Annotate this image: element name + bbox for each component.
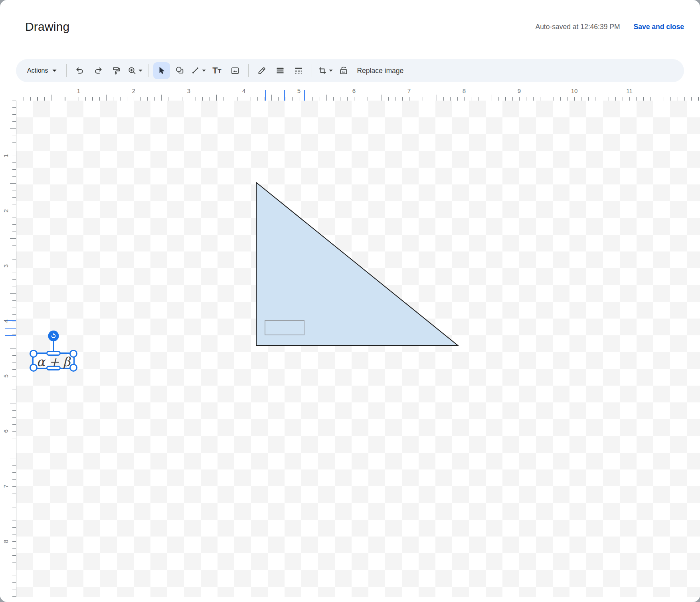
ruler-indicator-center <box>284 90 285 101</box>
line-dash-button[interactable] <box>290 62 307 79</box>
replace-image-button[interactable] <box>335 62 352 79</box>
text-tool-icon: T <box>212 65 218 76</box>
ruler-indicator-middle <box>5 328 16 329</box>
toolbar-separator <box>148 64 148 77</box>
undo-icon <box>75 66 85 75</box>
page-title: Drawing <box>25 20 69 34</box>
toolbar-separator <box>66 64 67 77</box>
horizontal-ruler-halfticks <box>51 95 700 101</box>
actions-menu-button[interactable]: Actions <box>22 62 61 79</box>
horizontal-ruler-number: 8 <box>463 87 466 94</box>
header-actions: Auto-saved at 12:46:39 PM Save and close <box>535 23 684 31</box>
text-tool-icon-small: T <box>218 67 221 74</box>
ruler-indicator-right <box>304 90 305 101</box>
selected-equation-object[interactable]: α + β <box>32 352 75 369</box>
border-color-pencil-icon <box>257 66 267 75</box>
autosave-status: Auto-saved at 12:46:39 PM <box>535 23 620 31</box>
vertical-ruler-number: 7 <box>2 485 9 488</box>
replace-image-icon <box>339 66 348 75</box>
horizontal-ruler-number: 3 <box>187 87 190 94</box>
vertical-ruler-number: 1 <box>2 154 9 157</box>
line-dash-icon <box>294 66 303 75</box>
insert-image-button[interactable] <box>227 62 243 79</box>
horizontal-ruler-number: 5 <box>297 87 301 94</box>
horizontal-ruler-number: 6 <box>352 87 356 94</box>
crop-icon <box>318 66 327 75</box>
chevron-down-icon <box>329 69 333 72</box>
paint-format-button[interactable] <box>108 62 125 79</box>
vertical-ruler-number: 8 <box>2 540 9 543</box>
zoom-icon <box>127 66 137 75</box>
shape-icon <box>175 66 185 75</box>
horizontal-ruler: 1234567891011 <box>16 87 700 101</box>
ruler-indicator-left <box>265 90 266 101</box>
horizontal-ruler-number: 9 <box>518 87 521 94</box>
image-icon <box>230 66 240 75</box>
selection-handle-se[interactable] <box>69 364 77 372</box>
horizontal-ruler-number: 1 <box>77 87 80 94</box>
border-color-button[interactable] <box>253 62 270 79</box>
horizontal-ruler-number: 2 <box>132 87 135 94</box>
ruler-indicator-bottom <box>5 335 16 336</box>
horizontal-ruler-number: 4 <box>242 87 245 94</box>
zoom-button[interactable] <box>127 62 143 79</box>
line-weight-icon <box>275 66 285 75</box>
vertical-ruler-number: 2 <box>2 209 9 212</box>
line-weight-button[interactable] <box>272 62 289 79</box>
text-tool-button[interactable]: TT <box>208 62 225 79</box>
chevron-down-icon <box>138 69 142 72</box>
horizontal-ruler-number: 7 <box>407 87 411 94</box>
dialog-header: Drawing Auto-saved at 12:46:39 PM Save a… <box>0 0 700 34</box>
vertical-ruler-number: 4 <box>2 319 9 323</box>
paint-format-icon <box>112 66 121 75</box>
chevron-down-icon <box>202 69 206 72</box>
horizontal-ruler-number: 10 <box>571 87 578 94</box>
redo-icon <box>93 66 103 75</box>
text-box-placeholder[interactable] <box>265 320 305 335</box>
drawing-workspace: 1234567891011 12345678 <box>0 87 700 597</box>
selection-handle-n[interactable] <box>46 351 61 356</box>
selection-handle-ne[interactable] <box>69 350 77 358</box>
select-cursor-icon <box>157 66 166 75</box>
redo-button[interactable] <box>90 62 107 79</box>
toolbar-separator <box>248 64 249 77</box>
line-tool-button[interactable] <box>190 62 207 79</box>
drawing-toolbar: Actions <box>16 59 684 82</box>
line-icon <box>191 66 200 75</box>
vertical-ruler-number: 3 <box>2 264 9 267</box>
selection-handle-nw[interactable] <box>30 350 38 358</box>
crop-button[interactable] <box>317 62 334 79</box>
selection-handle-s[interactable] <box>46 366 61 370</box>
rotation-handle[interactable] <box>48 331 59 341</box>
vertical-ruler: 12345678 <box>0 101 16 597</box>
shape-tool-button[interactable] <box>172 62 188 79</box>
drawing-canvas[interactable]: α + β <box>16 101 700 597</box>
vertical-ruler-halfticks <box>10 128 16 597</box>
toolbar-separator <box>312 64 312 77</box>
replace-image-label[interactable]: Replace image <box>357 67 403 75</box>
drawing-dialog: Drawing Auto-saved at 12:46:39 PM Save a… <box>0 0 700 602</box>
undo-button[interactable] <box>71 62 88 79</box>
chevron-down-icon <box>52 69 57 72</box>
vertical-ruler-number: 5 <box>2 374 9 378</box>
selection-handle-sw[interactable] <box>30 364 38 372</box>
actions-label: Actions <box>27 67 48 74</box>
horizontal-ruler-number: 11 <box>626 87 633 94</box>
save-and-close-button[interactable]: Save and close <box>634 23 684 31</box>
ruler-corner <box>0 87 16 101</box>
select-tool-button[interactable] <box>153 62 170 79</box>
shapes-layer <box>16 101 700 597</box>
vertical-ruler-number: 6 <box>2 430 9 433</box>
rotate-icon <box>50 332 57 340</box>
